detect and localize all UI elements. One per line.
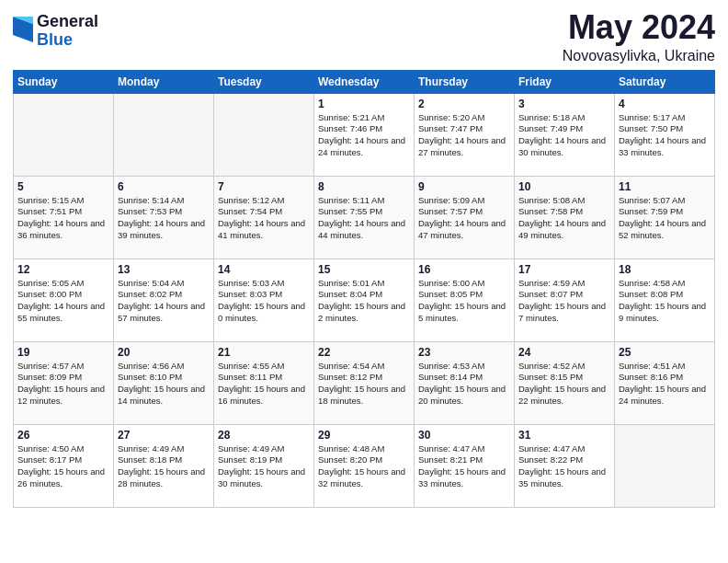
- day-info: Sunrise: 4:55 AM Sunset: 8:11 PM Dayligh…: [218, 361, 310, 408]
- title-area: May 2024 Novovasylivka, Ukraine: [563, 9, 715, 64]
- day-info: Sunrise: 4:57 AM Sunset: 8:09 PM Dayligh…: [17, 361, 109, 408]
- day-cell: 17Sunrise: 4:59 AM Sunset: 8:07 PM Dayli…: [515, 259, 615, 341]
- col-thursday: Thursday: [415, 70, 515, 93]
- day-cell: [14, 93, 114, 176]
- day-number: 6: [118, 180, 210, 193]
- day-info: Sunrise: 4:47 AM Sunset: 8:22 PM Dayligh…: [518, 443, 610, 490]
- day-cell: 24Sunrise: 4:52 AM Sunset: 8:15 PM Dayli…: [515, 341, 615, 424]
- day-cell: 1Sunrise: 5:21 AM Sunset: 7:46 PM Daylig…: [314, 93, 415, 176]
- day-cell: 27Sunrise: 4:49 AM Sunset: 8:18 PM Dayli…: [114, 424, 214, 507]
- day-cell: 2Sunrise: 5:20 AM Sunset: 7:47 PM Daylig…: [415, 93, 515, 176]
- day-info: Sunrise: 5:20 AM Sunset: 7:47 PM Dayligh…: [418, 112, 510, 159]
- day-number: 1: [318, 98, 410, 110]
- day-cell: 26Sunrise: 4:50 AM Sunset: 8:17 PM Dayli…: [14, 424, 114, 507]
- day-info: Sunrise: 4:48 AM Sunset: 8:20 PM Dayligh…: [318, 443, 410, 490]
- day-cell: 4Sunrise: 5:17 AM Sunset: 7:50 PM Daylig…: [615, 93, 715, 176]
- day-cell: 14Sunrise: 5:03 AM Sunset: 8:03 PM Dayli…: [214, 259, 314, 341]
- day-number: 25: [619, 346, 711, 359]
- day-info: Sunrise: 5:04 AM Sunset: 8:02 PM Dayligh…: [118, 278, 210, 325]
- day-info: Sunrise: 4:49 AM Sunset: 8:18 PM Dayligh…: [118, 443, 210, 490]
- day-cell: 31Sunrise: 4:47 AM Sunset: 8:22 PM Dayli…: [515, 424, 615, 507]
- logo-general: General: [37, 13, 98, 31]
- day-info: Sunrise: 5:14 AM Sunset: 7:53 PM Dayligh…: [118, 195, 210, 242]
- day-cell: [615, 424, 715, 507]
- day-number: 21: [218, 346, 310, 359]
- week-row-5: 26Sunrise: 4:50 AM Sunset: 8:17 PM Dayli…: [14, 424, 715, 507]
- day-cell: 22Sunrise: 4:54 AM Sunset: 8:12 PM Dayli…: [314, 341, 415, 424]
- day-info: Sunrise: 5:17 AM Sunset: 7:50 PM Dayligh…: [619, 112, 711, 159]
- day-info: Sunrise: 5:18 AM Sunset: 7:49 PM Dayligh…: [518, 112, 610, 159]
- day-info: Sunrise: 4:58 AM Sunset: 8:08 PM Dayligh…: [619, 278, 711, 325]
- day-info: Sunrise: 4:52 AM Sunset: 8:15 PM Dayligh…: [518, 361, 610, 408]
- day-cell: 28Sunrise: 4:49 AM Sunset: 8:19 PM Dayli…: [214, 424, 314, 507]
- day-info: Sunrise: 4:51 AM Sunset: 8:16 PM Dayligh…: [619, 361, 711, 408]
- header: General Blue May 2024 Novovasylivka, Ukr…: [13, 9, 715, 64]
- day-number: 12: [17, 263, 109, 276]
- day-number: 9: [418, 180, 510, 193]
- day-cell: 6Sunrise: 5:14 AM Sunset: 7:53 PM Daylig…: [114, 176, 214, 259]
- day-number: 30: [418, 429, 510, 442]
- day-cell: 9Sunrise: 5:09 AM Sunset: 7:57 PM Daylig…: [415, 176, 515, 259]
- day-info: Sunrise: 5:08 AM Sunset: 7:58 PM Dayligh…: [518, 195, 610, 242]
- day-cell: 11Sunrise: 5:07 AM Sunset: 7:59 PM Dayli…: [615, 176, 715, 259]
- day-number: 27: [118, 429, 210, 442]
- day-info: Sunrise: 4:53 AM Sunset: 8:14 PM Dayligh…: [418, 361, 510, 408]
- day-info: Sunrise: 5:07 AM Sunset: 7:59 PM Dayligh…: [619, 195, 711, 242]
- day-number: 19: [17, 346, 109, 359]
- day-cell: 5Sunrise: 5:15 AM Sunset: 7:51 PM Daylig…: [14, 176, 114, 259]
- day-cell: 3Sunrise: 5:18 AM Sunset: 7:49 PM Daylig…: [515, 93, 615, 176]
- logo-text: General Blue: [37, 13, 98, 50]
- day-cell: 7Sunrise: 5:12 AM Sunset: 7:54 PM Daylig…: [214, 176, 314, 259]
- col-saturday: Saturday: [615, 70, 715, 93]
- day-cell: 8Sunrise: 5:11 AM Sunset: 7:55 PM Daylig…: [314, 176, 415, 259]
- day-cell: [114, 93, 214, 176]
- day-cell: 19Sunrise: 4:57 AM Sunset: 8:09 PM Dayli…: [14, 341, 114, 424]
- day-info: Sunrise: 5:05 AM Sunset: 8:00 PM Dayligh…: [17, 278, 109, 325]
- day-cell: 13Sunrise: 5:04 AM Sunset: 8:02 PM Dayli…: [114, 259, 214, 341]
- day-number: 5: [17, 180, 109, 193]
- day-info: Sunrise: 4:49 AM Sunset: 8:19 PM Dayligh…: [218, 443, 310, 490]
- day-info: Sunrise: 5:01 AM Sunset: 8:04 PM Dayligh…: [318, 278, 410, 325]
- day-number: 8: [318, 180, 410, 193]
- day-info: Sunrise: 5:09 AM Sunset: 7:57 PM Dayligh…: [418, 195, 510, 242]
- day-info: Sunrise: 4:59 AM Sunset: 8:07 PM Dayligh…: [518, 278, 610, 325]
- day-cell: [214, 93, 314, 176]
- day-info: Sunrise: 4:50 AM Sunset: 8:17 PM Dayligh…: [17, 443, 109, 490]
- day-info: Sunrise: 5:21 AM Sunset: 7:46 PM Dayligh…: [318, 112, 410, 159]
- day-cell: 16Sunrise: 5:00 AM Sunset: 8:05 PM Dayli…: [415, 259, 515, 341]
- calendar: Sunday Monday Tuesday Wednesday Thursday…: [13, 70, 715, 508]
- calendar-body: 1Sunrise: 5:21 AM Sunset: 7:46 PM Daylig…: [14, 93, 715, 507]
- day-number: 13: [118, 263, 210, 276]
- logo-icon: [13, 17, 33, 42]
- day-number: 24: [518, 346, 610, 359]
- day-cell: 21Sunrise: 4:55 AM Sunset: 8:11 PM Dayli…: [214, 341, 314, 424]
- day-info: Sunrise: 5:00 AM Sunset: 8:05 PM Dayligh…: [418, 278, 510, 325]
- day-number: 17: [518, 263, 610, 276]
- col-monday: Monday: [114, 70, 214, 93]
- week-row-3: 12Sunrise: 5:05 AM Sunset: 8:00 PM Dayli…: [14, 259, 715, 341]
- week-row-1: 1Sunrise: 5:21 AM Sunset: 7:46 PM Daylig…: [14, 93, 715, 176]
- day-info: Sunrise: 5:11 AM Sunset: 7:55 PM Dayligh…: [318, 195, 410, 242]
- col-sunday: Sunday: [14, 70, 114, 93]
- day-cell: 23Sunrise: 4:53 AM Sunset: 8:14 PM Dayli…: [415, 341, 515, 424]
- day-number: 31: [518, 429, 610, 442]
- page: General Blue May 2024 Novovasylivka, Ukr…: [0, 0, 728, 563]
- week-row-4: 19Sunrise: 4:57 AM Sunset: 8:09 PM Dayli…: [14, 341, 715, 424]
- day-number: 20: [118, 346, 210, 359]
- day-number: 22: [318, 346, 410, 359]
- week-row-2: 5Sunrise: 5:15 AM Sunset: 7:51 PM Daylig…: [14, 176, 715, 259]
- day-number: 29: [318, 429, 410, 442]
- day-cell: 25Sunrise: 4:51 AM Sunset: 8:16 PM Dayli…: [615, 341, 715, 424]
- day-info: Sunrise: 4:56 AM Sunset: 8:10 PM Dayligh…: [118, 361, 210, 408]
- logo-blue: Blue: [37, 31, 98, 50]
- col-tuesday: Tuesday: [214, 70, 314, 93]
- day-cell: 10Sunrise: 5:08 AM Sunset: 7:58 PM Dayli…: [515, 176, 615, 259]
- day-number: 16: [418, 263, 510, 276]
- day-number: 2: [418, 98, 510, 110]
- day-number: 14: [218, 263, 310, 276]
- day-info: Sunrise: 5:03 AM Sunset: 8:03 PM Dayligh…: [218, 278, 310, 325]
- day-info: Sunrise: 5:12 AM Sunset: 7:54 PM Dayligh…: [218, 195, 310, 242]
- day-number: 28: [218, 429, 310, 442]
- calendar-header: Sunday Monday Tuesday Wednesday Thursday…: [14, 70, 715, 93]
- day-cell: 30Sunrise: 4:47 AM Sunset: 8:21 PM Dayli…: [415, 424, 515, 507]
